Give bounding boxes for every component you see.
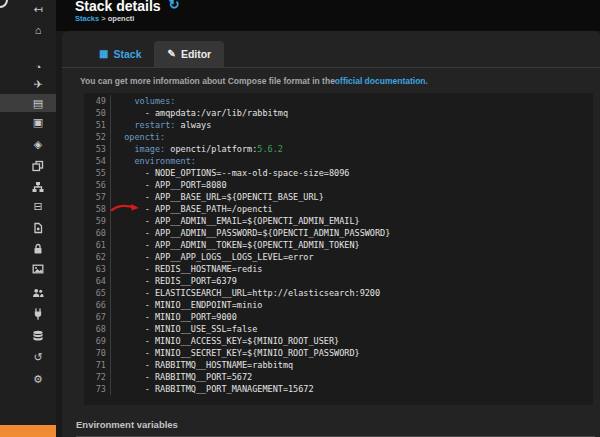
code-line-51[interactable]: 51 restart: always xyxy=(84,119,593,131)
registries-icon[interactable] xyxy=(20,327,56,344)
code-line-55[interactable]: 55 - NODE_OPTIONS=--max-old-space-size=8… xyxy=(84,167,593,179)
code-line-67[interactable]: 67 - MINIO__PORT=9000 xyxy=(84,311,593,323)
official-documentation-link[interactable]: official documentation. xyxy=(335,76,428,86)
page-title: Stack details ↻ xyxy=(75,0,180,14)
environment-variables-heading: Environment variables xyxy=(76,419,595,437)
stack-details-widget: ▦ Stack ✎ Editor You can get more inform… xyxy=(62,31,600,437)
configs-icon[interactable] xyxy=(20,219,56,236)
code-line-62[interactable]: 62 - APP__APP_LOGS__LOGS_LEVEL=error xyxy=(84,251,593,263)
network-icon[interactable] xyxy=(20,178,56,195)
settings-icon[interactable]: ⚙ xyxy=(20,371,56,388)
users-icon[interactable] xyxy=(20,284,56,301)
breadcrumb-separator: > xyxy=(99,14,108,23)
breadcrumb: Stacks > opencti xyxy=(75,14,134,23)
containers-icon[interactable]: ▣ xyxy=(20,114,56,131)
environments-icon[interactable] xyxy=(20,305,56,322)
code-line-65[interactable]: 65 - ELASTICSEARCH__URL=http://elasticse… xyxy=(84,287,593,299)
page-header: Stack details ↻ Stacks > opencti xyxy=(56,0,600,31)
code-line-53[interactable]: 53 image: opencti/platform:5.6.2 xyxy=(84,143,593,155)
tab-stack[interactable]: ▦ Stack xyxy=(86,41,154,67)
code-line-52[interactable]: 52 opencti: xyxy=(84,131,593,143)
activity-icon[interactable]: ↺ xyxy=(20,349,56,366)
logo-icon xyxy=(0,0,8,8)
code-line-63[interactable]: 63 - REDIS__HOSTNAME=redis xyxy=(84,263,593,275)
code-line-49[interactable]: 49 volumes: xyxy=(84,95,593,107)
code-line-64[interactable]: 64 - REDIS__PORT=6379 xyxy=(84,275,593,287)
collapse-icon[interactable]: ↤ xyxy=(20,1,56,18)
images-icon[interactable]: ◈ xyxy=(20,136,56,153)
code-line-58[interactable]: 58 - APP__BASE_PATH=/opencti xyxy=(84,203,593,215)
tab-row: ▦ Stack ✎ Editor xyxy=(62,31,600,68)
code-line-66[interactable]: 66 - MINIO__ENDPOINT=minio xyxy=(84,299,593,311)
refresh-icon[interactable]: ↻ xyxy=(169,0,180,12)
red-arrow-annotation xyxy=(110,201,142,214)
dashboard-icon[interactable]: ◔ xyxy=(20,59,56,76)
code-lines: 49 volumes:50 - amqpdata:/var/lib/rabbit… xyxy=(84,95,593,395)
page-title-text: Stack details xyxy=(75,0,161,14)
secrets-icon[interactable] xyxy=(20,240,56,257)
volumes-icon[interactable]: ⊟ xyxy=(20,198,56,215)
code-line-61[interactable]: 61 - APP__ADMIN__TOKEN=${OPENCTI_ADMIN_T… xyxy=(84,239,593,251)
host-icon[interactable] xyxy=(20,260,56,277)
sidebar-footer-banner[interactable] xyxy=(0,425,56,437)
table-icon: ▦ xyxy=(99,49,108,59)
breadcrumb-current: opencti xyxy=(108,14,135,23)
stacks-icon[interactable]: ▤ xyxy=(20,95,56,112)
tab-stack-label: Stack xyxy=(113,48,141,60)
app-templates-icon[interactable]: ✈ xyxy=(20,76,56,93)
pencil-icon: ✎ xyxy=(167,49,175,59)
compose-editor[interactable]: 49 volumes:50 - amqpdata:/var/lib/rabbit… xyxy=(84,93,593,405)
clone-icon[interactable] xyxy=(20,157,56,174)
code-line-54[interactable]: 54 environment: xyxy=(84,155,593,167)
code-line-73[interactable]: 73 - RABBITMQ__PORT_MANAGEMENT=15672 xyxy=(84,383,593,395)
code-line-69[interactable]: 69 - MINIO__ACCESS_KEY=${MINIO_ROOT_USER… xyxy=(84,335,593,347)
code-line-60[interactable]: 60 - APP__ADMIN__PASSWORD=${OPENCTI_ADMI… xyxy=(84,227,593,239)
code-line-56[interactable]: 56 - APP__PORT=8080 xyxy=(84,179,593,191)
sidebar: ↤ ⌂ ◔ ✈ ▤ ▣ ◈ ⊟ ↺ ⚙ xyxy=(0,0,56,437)
tab-editor[interactable]: ✎ Editor xyxy=(154,41,224,67)
breadcrumb-stacks-link[interactable]: Stacks xyxy=(75,14,99,23)
code-line-50[interactable]: 50 - amqpdata:/var/lib/rabbitmq xyxy=(84,107,593,119)
info-text: You can get more information about Compo… xyxy=(80,76,335,86)
code-line-57[interactable]: 57 - APP__BASE_URL=${OPENCTI_BASE_URL} xyxy=(84,191,593,203)
code-line-68[interactable]: 68 - MINIO__USE_SSL=false xyxy=(84,323,593,335)
code-line-72[interactable]: 72 - RABBITMQ__PORT=5672 xyxy=(84,371,593,383)
tab-editor-label: Editor xyxy=(181,48,211,60)
compose-info-text: You can get more information about Compo… xyxy=(62,69,600,93)
code-line-70[interactable]: 70 - MINIO__SECRET_KEY=${MINIO_ROOT_PASS… xyxy=(84,347,593,359)
home-icon[interactable]: ⌂ xyxy=(20,22,56,39)
code-line-59[interactable]: 59 - APP__ADMIN__EMAIL=${OPENCTI_ADMIN_E… xyxy=(84,215,593,227)
code-line-71[interactable]: 71 - RABBITMQ__HOSTNAME=rabbitmq xyxy=(84,359,593,371)
